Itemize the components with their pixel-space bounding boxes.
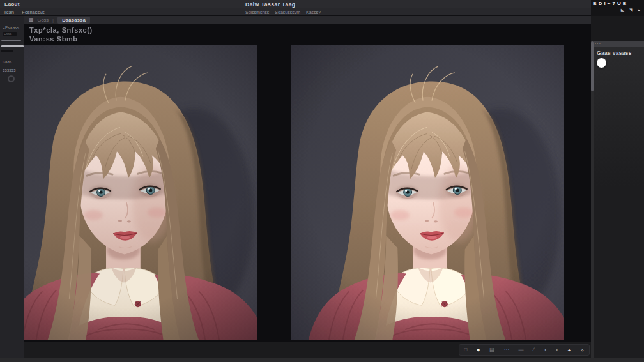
frame-icon[interactable]: □ bbox=[464, 347, 467, 352]
tool-glyph-icon[interactable]: I bbox=[604, 1, 606, 6]
prompt-line: Txp*cla, Snfsxc() bbox=[29, 26, 93, 34]
menu-item[interactable]: Iican bbox=[4, 10, 14, 15]
bottom-toolbar: □ ● ▤ ⋯ ▬ ∕ ◑ • ✦ ✧ bbox=[24, 342, 591, 358]
menu-left-group: Iican -Fcsnassvs bbox=[4, 10, 45, 15]
scrollbar[interactable] bbox=[591, 41, 594, 358]
menu-center-group: Sdissmsnss Sdasusssvm Kasss? bbox=[245, 10, 321, 15]
right-panel-body: Gaas vasass bbox=[591, 47, 644, 358]
prompt-line: Van:ss Sbmb bbox=[29, 34, 93, 43]
triangle-icon[interactable]: ◥ bbox=[629, 8, 632, 13]
dot-icon[interactable]: • bbox=[556, 347, 558, 352]
tool-glyph-icon[interactable]: B bbox=[593, 1, 597, 6]
separator: | bbox=[52, 17, 54, 23]
tab-document[interactable]: Daasassa bbox=[57, 17, 90, 24]
generated-image-left[interactable] bbox=[24, 45, 257, 340]
sidebar-field[interactable] bbox=[1, 50, 13, 52]
tool-glyph-icon[interactable]: − bbox=[608, 1, 611, 6]
window-corner: B D I − 7 U E ◣ ◥ ▸ bbox=[591, 0, 644, 16]
menu-item[interactable]: Kasss? bbox=[306, 10, 321, 15]
sidebar-label-bottom: ssssss bbox=[3, 68, 16, 72]
portrait-render bbox=[291, 45, 564, 340]
color-swatch[interactable] bbox=[597, 58, 606, 68]
color-dot-icon[interactable]: ● bbox=[477, 347, 480, 353]
ellipsis-icon[interactable]: ⋯ bbox=[504, 347, 509, 352]
menu-item[interactable]: Sdissmsnss bbox=[245, 10, 269, 15]
toolbar-icon-cluster: □ ● ▤ ⋯ ▬ ∕ ◑ • ✦ ✧ bbox=[459, 344, 590, 356]
sparkle-small-icon[interactable]: ✧ bbox=[581, 348, 585, 352]
menu-item[interactable]: Sdasusssvm bbox=[275, 10, 300, 15]
sidebar-label-top: =Fsaass bbox=[3, 26, 19, 30]
status-strip bbox=[0, 358, 644, 362]
panel-icon[interactable]: ▬ bbox=[519, 347, 524, 352]
right-panel-spacer bbox=[591, 16, 644, 41]
tool-glyph-icon[interactable]: 7 bbox=[612, 1, 615, 6]
tool-glyph-icon[interactable]: E bbox=[623, 1, 626, 6]
tool-glyph-icon[interactable]: U bbox=[617, 1, 621, 6]
scrollbar-thumb[interactable] bbox=[591, 41, 594, 91]
menu-item[interactable]: -Fcsnassvs bbox=[20, 10, 45, 15]
portrait-render bbox=[24, 45, 257, 340]
spinner-ring-icon[interactable] bbox=[8, 75, 15, 82]
sidebar-slider[interactable] bbox=[1, 40, 21, 41]
triangle-icon[interactable]: ◣ bbox=[621, 8, 624, 13]
app-label: Eaout bbox=[4, 1, 20, 7]
prompt-overlay: Txp*cla, Snfsxc() Van:ss Sbmb bbox=[29, 26, 93, 43]
left-tool-sidebar: =Fsaass Essa caas ssssss bbox=[0, 16, 24, 358]
sidebar-value-pill[interactable]: Essa bbox=[3, 32, 17, 36]
right-panel-title: Gaas vasass bbox=[597, 50, 632, 56]
breadcrumb: Goss bbox=[38, 17, 49, 23]
image-icon[interactable]: ▤ bbox=[489, 347, 494, 352]
canvas-area: Txp*cla, Snfsxc() Van:ss Sbmb □ ● ▤ ⋯ ▬ … bbox=[24, 24, 591, 358]
menu-bar: Iican -Fcsnassvs Sdissmsnss Sdasusssvm K… bbox=[0, 8, 591, 16]
right-panel: ··· Gaas vasass bbox=[591, 16, 644, 358]
corner-arrow-icons: ◣ ◥ ▸ bbox=[621, 8, 640, 13]
triangle-icon[interactable]: ▸ bbox=[638, 8, 640, 13]
sidebar-slider[interactable] bbox=[1, 45, 24, 47]
pen-icon[interactable]: ∕ bbox=[533, 347, 533, 352]
sparkle-icon[interactable]: ✦ bbox=[567, 348, 571, 352]
title-bar: Eaout Daiw Tassar Taag bbox=[0, 0, 591, 8]
right-panel-header[interactable]: ··· bbox=[591, 41, 644, 47]
tool-glyph-icon[interactable]: D bbox=[599, 1, 602, 6]
document-title: Daiw Tassar Taag bbox=[245, 1, 296, 8]
titlebar-tool-icons: B D I − 7 U E bbox=[593, 1, 626, 6]
sphere-icon[interactable]: ◑ bbox=[544, 347, 547, 352]
sidebar-label-mid: caas bbox=[3, 59, 12, 64]
grid-icon[interactable]: ▦ bbox=[29, 17, 34, 22]
app-window: Eaout Daiw Tassar Taag Iican -Fcsnassvs … bbox=[0, 0, 644, 362]
generated-image-right[interactable] bbox=[291, 45, 564, 340]
tab-bar: ▦ Goss | Daasassa bbox=[24, 16, 591, 24]
